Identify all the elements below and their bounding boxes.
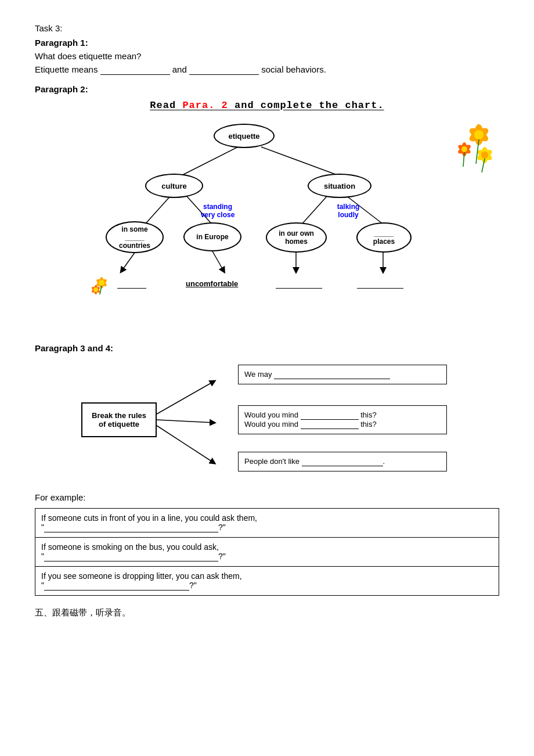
bottom-flower: [87, 272, 116, 296]
example-row2-line2: " ?": [41, 552, 493, 561]
node-some-countries: in some _____ countries: [106, 221, 164, 253]
example-row1-line2: " ?": [41, 523, 493, 532]
bottom-blank2[interactable]: [276, 279, 322, 289]
blank-etiquette1[interactable]: [100, 64, 170, 75]
blank-example1[interactable]: [44, 523, 218, 532]
example-cell-2: If someone is smoking on the bus, you co…: [35, 538, 499, 567]
node-in-europe: in Europe: [183, 222, 241, 251]
svg-line-40: [157, 426, 215, 463]
svg-line-19: [261, 147, 337, 175]
svg-line-20: [145, 195, 171, 224]
svg-point-32: [99, 280, 104, 286]
chart-diagram: etiquette culture situation standingvery…: [70, 117, 464, 332]
blank-people[interactable]: [302, 457, 383, 466]
example-row-1: If someone cuts in front of you in a lin…: [35, 509, 499, 538]
example-row3-line1: If you see someone is dropping litter, y…: [41, 571, 493, 581]
flow-center-box: Break the rulesof etiquette: [81, 402, 157, 437]
for-example-label: For example:: [35, 492, 499, 502]
svg-point-4: [474, 130, 484, 139]
task-label: Task 3:: [35, 23, 499, 33]
node-places: _____places: [356, 222, 412, 253]
svg-line-22: [302, 195, 328, 224]
blank-would1[interactable]: [301, 411, 359, 420]
example-row1-line1: If someone cuts in front of you in a lin…: [41, 513, 493, 523]
annotation-talking: talkingloudly: [325, 203, 371, 219]
flow-box-branch3: People don't like .: [238, 452, 447, 471]
blank-example3[interactable]: [44, 581, 189, 591]
annotation-standing: standingvery close: [192, 203, 244, 219]
svg-line-25: [212, 250, 223, 271]
footer-text: 五、跟着磁带，听录音。: [35, 607, 499, 618]
node-own-homes: in our ownhomes: [266, 222, 327, 253]
flow-box-branch1: We may: [238, 365, 447, 384]
para34-heading: Paragraph 3 and 4:: [35, 343, 499, 353]
para2-highlight: Para. 2: [182, 100, 228, 111]
para1-fill: Etiquette means and social behaviors.: [35, 64, 499, 75]
svg-line-18: [183, 147, 238, 175]
node-situation: situation: [308, 174, 371, 198]
flow-diagram: Break the rulesof etiquette We may Would…: [46, 359, 453, 487]
svg-line-39: [157, 420, 215, 423]
blank-example2[interactable]: [44, 552, 218, 561]
node-culture: culture: [145, 174, 203, 198]
blank-etiquette2[interactable]: [189, 64, 259, 75]
svg-point-14: [481, 152, 488, 159]
example-row2-line1: If someone is smoking on the bus, you co…: [41, 542, 493, 552]
example-row-2: If someone is smoking on the bus, you co…: [35, 538, 499, 567]
bottom-uncomfortable: uncomfortable: [186, 279, 238, 288]
example-row3-line2: " ?": [41, 581, 493, 591]
example-cell-3: If you see someone is dropping litter, y…: [35, 567, 499, 596]
svg-line-24: [122, 250, 136, 271]
para2-heading: Paragraph 2:: [35, 84, 499, 94]
chart-section: Read Para. 2 and complete the chart.: [35, 100, 499, 332]
example-table: If someone cuts in front of you in a lin…: [35, 508, 499, 596]
para1-question: What does etiquette mean?: [35, 51, 499, 61]
example-cell-1: If someone cuts in front of you in a lin…: [35, 509, 499, 538]
bottom-blank1[interactable]: [117, 279, 146, 289]
blank-we-may[interactable]: [274, 370, 390, 379]
example-row-3: If you see someone is dropping litter, y…: [35, 567, 499, 596]
svg-point-37: [93, 287, 98, 292]
bottom-blank3[interactable]: [357, 279, 403, 289]
flow-box-branch2: Would you mind this? Would you mind this…: [238, 405, 447, 434]
svg-line-38: [157, 381, 215, 414]
node-etiquette: etiquette: [214, 124, 275, 148]
blank-would2[interactable]: [301, 420, 359, 429]
para1-heading: Paragraph 1:: [35, 38, 499, 48]
chart-instruction: Read Para. 2 and complete the chart.: [35, 100, 499, 111]
